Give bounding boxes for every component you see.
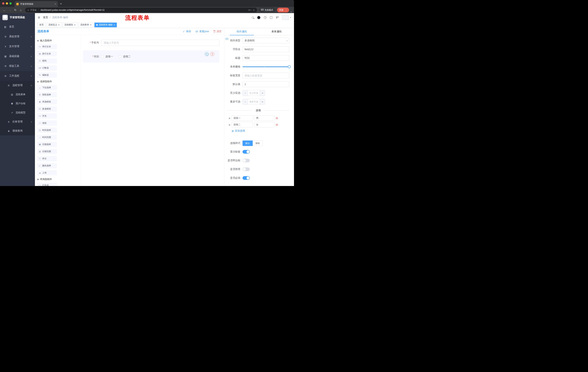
max-select-placeholder[interactable]: 最多可选 [248, 99, 260, 105]
palette-item-date-picker[interactable]: ▦ 日期选择 [37, 142, 57, 147]
toolbar-caret-icon[interactable]: ∨ [291, 11, 292, 13]
form-grid-slider[interactable] [242, 64, 289, 70]
browser-tab[interactable]: 芋道管理系统 × [15, 1, 58, 7]
gender-option-2-checkbox[interactable]: 选项二 [119, 55, 131, 58]
title-input[interactable] [242, 55, 289, 61]
style-button-button[interactable]: 按钮 [253, 140, 263, 146]
palette-item-upload[interactable]: ☁ 上传 [37, 170, 57, 175]
palette-item-counter[interactable]: 123 计数器 [37, 65, 57, 71]
palette-item-editor[interactable]: ✎ 编辑器 [37, 73, 57, 78]
font-size-button[interactable]: TT [276, 16, 279, 19]
form-canvas[interactable]: *手机号 *性别 [81, 35, 224, 186]
sidebar-item-process-manage[interactable]: ≣ 流程管理 ∧ [0, 81, 35, 90]
github-button[interactable] [257, 16, 260, 19]
phone-input[interactable] [101, 40, 220, 46]
option-1-label-input[interactable] [231, 115, 253, 121]
sidebar-logo[interactable]: 芋道管理系统 [0, 13, 35, 22]
label-width-input[interactable] [242, 73, 289, 78]
tab-close-icon[interactable]: × [55, 2, 56, 5]
tag-process-form[interactable]: 流程表单 × [78, 22, 93, 27]
component-type-value[interactable] [242, 38, 289, 43]
password-key-icon[interactable] [249, 10, 250, 11]
sidebar-item-payment[interactable]: ¥ 支付管理 ∨ [0, 42, 35, 51]
link-icon[interactable] [225, 37, 229, 40]
palette-item-date-range[interactable]: ▥ 日期范围 [37, 149, 57, 154]
palette-item-color-picker[interactable]: ◐ 颜色选择 [37, 163, 57, 168]
style-default-button[interactable]: 默认 [242, 140, 253, 146]
palette-item-radio-group[interactable]: ◉ 单选框组 [37, 99, 57, 105]
palette-item-multi-line-text[interactable]: ▤ 多行文本 [37, 51, 57, 56]
sidebar-item-process-model[interactable]: ⇗ 流程模型 [0, 108, 35, 117]
field-name-input[interactable] [242, 46, 289, 52]
phone-field-row[interactable]: *手机号 [81, 40, 220, 46]
drag-handle-icon[interactable]: ≡ [229, 117, 230, 120]
address-bar[interactable]: ⚠ 不安全 dashboard.yudao.iocoder.cn/bpm/man… [25, 8, 257, 12]
drag-handle-icon[interactable]: ≡ [229, 123, 230, 126]
increase-button[interactable]: + [260, 90, 265, 96]
forward-button[interactable]: → [7, 9, 12, 12]
sidebar-item-home[interactable]: ◧ 首页 [0, 22, 35, 32]
remove-option-icon[interactable]: ⊖ [276, 117, 278, 120]
sidebar-item-devtools[interactable]: ⚒ 研发工具 ∨ [0, 61, 35, 71]
sidebar-item-user-group[interactable]: ⚉ 用户分组 [0, 99, 35, 108]
save-button[interactable]: ✓ 保存 [183, 30, 191, 33]
palette-item-slider[interactable]: ⊸ 滑块 [37, 120, 57, 126]
palette-item-cascader[interactable]: ⋔ 级联选择 [37, 92, 57, 97]
breadcrumb-home[interactable]: 首页 [43, 16, 48, 19]
update-button[interactable]: 更新 ⋮ [277, 8, 289, 12]
bookmark-star-icon[interactable]: ☆ [253, 9, 255, 11]
close-icon[interactable]: × [74, 24, 76, 26]
view-json-button[interactable]: 查看json [195, 30, 209, 33]
clear-button[interactable]: 清空 [213, 30, 221, 33]
url-text[interactable]: dashboard.yudao.iocoder.cn/bpm/manager/f… [41, 9, 105, 11]
add-option-button[interactable]: ⊕ 添加选项 [231, 129, 289, 132]
palette-item-switch[interactable]: ⊶ 开关 [37, 113, 57, 119]
close-icon[interactable]: × [58, 24, 60, 26]
show-label-toggle[interactable] [242, 150, 250, 154]
min-select-placeholder[interactable]: 至少应选 [248, 90, 260, 96]
option-1-value-input[interactable] [254, 115, 274, 121]
palette-item-time-picker[interactable]: ◷ 时间选择 [37, 128, 57, 133]
decrease-button[interactable]: − [243, 90, 248, 96]
default-value-input[interactable] [242, 81, 289, 87]
slider-handle[interactable] [288, 65, 291, 68]
security-label[interactable]: 不安全 [30, 9, 37, 12]
tag-home[interactable]: 首页 [37, 22, 45, 27]
palette-item-password[interactable]: ⊙ 密码 [37, 58, 57, 64]
palette-item-select[interactable]: ◒ 下拉选择 [37, 85, 57, 90]
palette-item-row-container[interactable]: ▢ 行容器 [37, 183, 57, 186]
palette-item-checkbox-group[interactable]: ☑ 多选框组 [37, 106, 57, 112]
sidebar-item-process-form[interactable]: ▤ 流程表单 [0, 90, 35, 99]
help-button[interactable]: ? [264, 16, 266, 19]
search-button[interactable] [252, 17, 254, 19]
fullscreen-button[interactable] [270, 16, 272, 19]
tag-process-model[interactable]: 流程模型 × [63, 22, 77, 27]
avatar[interactable] [282, 15, 289, 20]
border-toggle[interactable] [242, 159, 250, 162]
option-2-value-input[interactable] [254, 122, 274, 128]
copy-component-button[interactable] [205, 52, 209, 56]
tag-process-form-edit[interactable]: 流程表单-编辑 × [94, 22, 117, 27]
increase-button[interactable]: + [260, 99, 265, 105]
option-2-label-input[interactable] [231, 122, 253, 128]
palette-item-single-line-text[interactable]: ▭ 单行文本 [37, 44, 57, 49]
sidebar-item-workflow[interactable]: ⊞ 工作流程 ∧ [0, 71, 35, 81]
home-button[interactable]: ⌂ [18, 9, 23, 12]
reload-button[interactable]: ↻ [13, 8, 18, 12]
component-type-select[interactable]: ∨ [242, 38, 289, 43]
zoom-window-button[interactable] [10, 2, 12, 5]
browser-menu-icon[interactable]: ⋮ [285, 9, 287, 11]
sidebar-item-infrastructure[interactable]: ▦ 基础设施 ∨ [0, 51, 35, 61]
decrease-button[interactable]: − [243, 99, 248, 105]
remove-option-icon[interactable]: ⊖ [276, 123, 278, 126]
gender-option-1-checkbox[interactable]: 选项一 [101, 55, 113, 58]
delete-component-button[interactable] [210, 52, 214, 56]
close-icon[interactable]: × [114, 24, 115, 26]
close-icon[interactable]: × [90, 24, 92, 26]
palette-item-rate[interactable]: ☆ 评分 [37, 156, 57, 161]
close-window-button[interactable] [2, 2, 4, 5]
minimize-window-button[interactable] [6, 2, 8, 5]
required-toggle[interactable] [242, 176, 250, 180]
hamburger-icon[interactable]: ≡ [38, 15, 40, 20]
palette-item-time-range[interactable]: ◔ 时间范围 [37, 135, 57, 140]
